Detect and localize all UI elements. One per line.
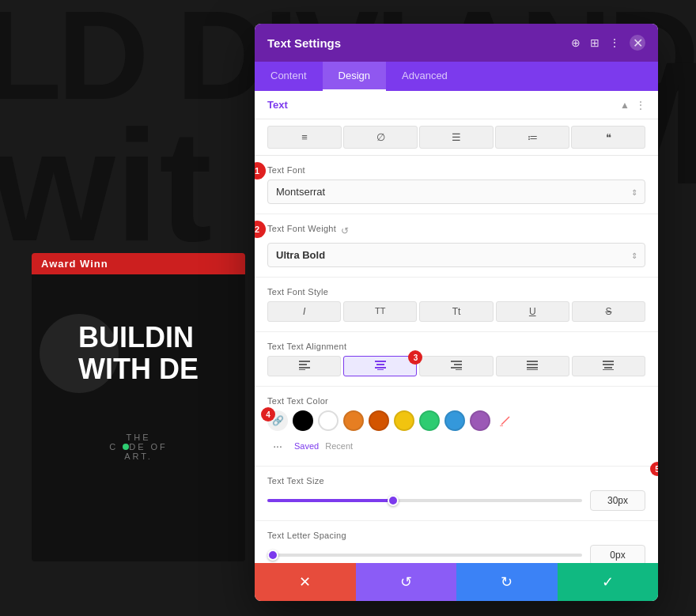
italic-btn[interactable]: I: [267, 301, 341, 322]
text-font-weight-label-row: Text Font Weight ↺: [267, 224, 645, 238]
book-card: Award Winn BUILDIN WITH DE THE C DE OF A…: [32, 253, 245, 561]
saved-link[interactable]: Saved: [294, 441, 319, 451]
text-font-weight-group: 2 Text Font Weight ↺ Ultra Bold Bold Reg…: [255, 214, 658, 278]
svg-rect-18: [604, 367, 612, 368]
reset-button[interactable]: ↺: [356, 563, 457, 601]
redo-button[interactable]: ↻: [456, 563, 558, 601]
color-swatches-row: 4 🔗: [267, 410, 645, 431]
letter-spacing-input[interactable]: [590, 545, 645, 563]
svg-rect-9: [454, 364, 462, 365]
letter-spacing-slider[interactable]: [267, 554, 582, 557]
svg-rect-14: [527, 367, 538, 368]
text-alignment-group: Text Text Alignment 3: [255, 332, 658, 387]
uppercase-btn[interactable]: TT: [343, 301, 417, 322]
svg-rect-19: [603, 369, 614, 370]
more-icon[interactable]: ⋮: [609, 36, 620, 49]
badge-5: 5: [650, 462, 658, 476]
color-edit-icon[interactable]: [495, 410, 516, 431]
svg-rect-12: [527, 361, 538, 362]
svg-rect-17: [603, 364, 614, 365]
tab-content[interactable]: Content: [255, 62, 323, 91]
align-center-text-btn[interactable]: 3: [343, 356, 417, 376]
letter-spacing-group: Text Letter Spacing: [255, 521, 658, 563]
color-more-dots[interactable]: ···: [267, 436, 288, 456]
top-align-row: ≡ ∅ ☰ ≔ ❝: [255, 119, 658, 156]
align-list-btn[interactable]: ☰: [419, 126, 494, 149]
align-left-text-btn[interactable]: [267, 356, 341, 376]
svg-rect-13: [527, 364, 538, 365]
text-font-style-label: Text Font Style: [267, 287, 645, 297]
svg-rect-5: [376, 364, 384, 365]
svg-rect-1: [299, 364, 307, 365]
panel-header-icons: ⊕ ⊞ ⋮ ✕: [571, 35, 645, 51]
text-size-group: Text Text Size 5: [255, 467, 658, 521]
text-font-group: 1 Text Font Montserrat Open Sans Roboto: [255, 156, 658, 214]
align-center-empty-btn[interactable]: ∅: [343, 126, 418, 149]
align-force-justify-text-btn[interactable]: [572, 356, 645, 376]
section-header-icons: ▲ ⋮: [620, 100, 645, 111]
text-font-weight-select-wrapper: Ultra Bold Bold Regular Light: [267, 243, 645, 267]
color-recent-label: Recent: [325, 441, 353, 451]
align-numbered-btn[interactable]: ≔: [495, 126, 569, 149]
color-green[interactable]: [419, 410, 440, 431]
color-dark-orange[interactable]: [369, 410, 389, 431]
book-title: BUILDIN WITH DE: [62, 306, 214, 400]
text-size-label: Text Text Size: [267, 476, 645, 486]
text-size-thumb[interactable]: [388, 495, 399, 506]
panel-body: Text ▲ ⋮ ≡ ∅ ☰ ≔ ❝ 1 Text Font Montserra…: [255, 91, 658, 563]
align-right-text-btn[interactable]: [419, 356, 493, 376]
align-left-btn[interactable]: ≡: [267, 126, 342, 149]
strikethrough-btn[interactable]: S: [572, 301, 645, 322]
tab-advanced[interactable]: Advanced: [386, 62, 463, 91]
book-subtitle: THE C DE OF ART.: [32, 433, 245, 469]
save-button[interactable]: ✓: [558, 563, 659, 601]
text-font-select[interactable]: Montserrat Open Sans Roboto: [267, 180, 645, 204]
align-justify-text-btn[interactable]: [496, 356, 569, 376]
capitalize-btn[interactable]: Tt: [419, 301, 493, 322]
chevron-up-icon[interactable]: ▲: [620, 100, 630, 111]
color-orange[interactable]: [343, 410, 364, 431]
svg-rect-6: [375, 367, 386, 368]
section-header: Text ▲ ⋮: [255, 91, 658, 119]
close-button[interactable]: ✕: [630, 35, 645, 51]
letter-spacing-thumb[interactable]: [267, 550, 278, 561]
badge-2: 2: [255, 221, 266, 238]
bg-text-wit: wit: [0, 95, 212, 277]
color-black[interactable]: [293, 410, 313, 431]
text-font-weight-select[interactable]: Ultra Bold Bold Regular Light: [267, 243, 645, 267]
text-size-input[interactable]: [590, 490, 645, 511]
font-weight-reset-icon[interactable]: ↺: [341, 225, 349, 236]
panel-footer: ✕ ↺ ↻ ✓: [255, 563, 658, 601]
svg-rect-4: [375, 361, 386, 362]
svg-rect-2: [299, 367, 310, 368]
section-more-icon[interactable]: ⋮: [636, 100, 645, 111]
cancel-button[interactable]: ✕: [255, 563, 356, 601]
badge-1: 1: [255, 162, 266, 180]
svg-rect-15: [527, 369, 538, 370]
green-dot: [123, 444, 129, 450]
color-white[interactable]: [318, 410, 339, 431]
svg-rect-7: [377, 369, 384, 370]
color-purple[interactable]: [470, 410, 490, 431]
tab-design[interactable]: Design: [323, 62, 386, 91]
badge-4: 4: [261, 407, 275, 421]
color-more-row: ··· Saved Recent: [267, 436, 645, 456]
text-alignment-buttons: 3: [267, 356, 645, 376]
text-size-slider[interactable]: [267, 499, 582, 502]
color-yellow[interactable]: [394, 410, 414, 431]
underline-btn[interactable]: U: [496, 301, 569, 322]
panel-header: Text Settings ⊕ ⊞ ⋮ ✕: [255, 24, 658, 62]
text-settings-panel: Text Settings ⊕ ⊞ ⋮ ✕ Content Design Adv…: [255, 24, 658, 601]
svg-rect-0: [299, 361, 310, 362]
book-award-bar: Award Winn: [32, 253, 245, 274]
layout-icon[interactable]: ⊞: [590, 36, 600, 49]
section-title: Text: [267, 99, 288, 111]
text-alignment-label: Text Text Alignment: [267, 342, 645, 351]
target-icon[interactable]: ⊕: [571, 36, 581, 49]
text-size-fill: [267, 499, 393, 502]
align-quote-btn[interactable]: ❝: [571, 126, 645, 149]
svg-line-20: [501, 417, 509, 425]
font-style-buttons: I TT Tt U S: [267, 301, 645, 322]
svg-rect-11: [456, 369, 462, 370]
color-blue[interactable]: [444, 410, 465, 431]
